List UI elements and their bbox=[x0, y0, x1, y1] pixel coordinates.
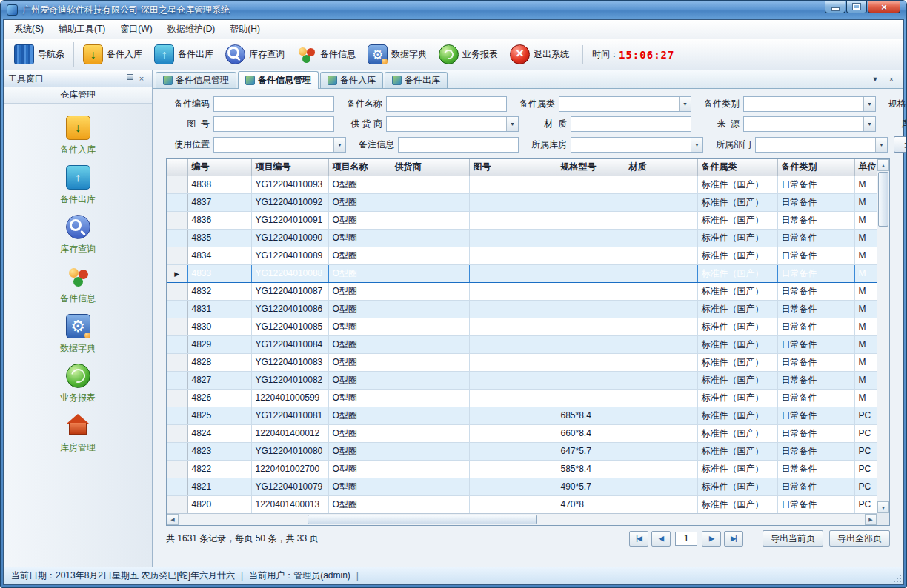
row-indicator-cell[interactable] bbox=[167, 264, 187, 282]
table-row[interactable]: 4835 YG12204010090 O型圈 标准件（国产） 日常备件 bbox=[167, 229, 877, 247]
remark-input[interactable] bbox=[398, 137, 519, 153]
table-row[interactable]: 4825 YG12204010081 O型圈 685*8.4 标准件（国产） bbox=[167, 407, 877, 424]
table-row[interactable]: 4831 YG12204010086 O型圈 标准件（国产） 日常备件 bbox=[167, 300, 877, 318]
row-indicator-cell[interactable] bbox=[167, 407, 187, 424]
row-indicator-cell[interactable] bbox=[167, 211, 187, 229]
drawing-number-input[interactable] bbox=[213, 116, 334, 132]
menu-help[interactable]: 帮助(H) bbox=[222, 20, 268, 39]
tab-parts-inbound[interactable]: 备件入库 bbox=[320, 72, 383, 88]
table-row[interactable]: 4820 1220401400013 O型圈 470*8 标准件（国产） bbox=[167, 495, 877, 513]
page-number-input[interactable] bbox=[675, 532, 697, 546]
toolbar-parts-inbound-button[interactable]: 备件入库 bbox=[73, 42, 148, 67]
part-class-select[interactable] bbox=[743, 96, 876, 112]
scroll-right-button[interactable] bbox=[865, 514, 877, 525]
row-indicator-cell[interactable] bbox=[167, 300, 187, 318]
row-indicator-cell[interactable] bbox=[167, 389, 187, 407]
table-row[interactable]: 4829 YG12204010084 O型圈 标准件（国产） 日常备件 bbox=[167, 335, 877, 353]
column-header[interactable]: 备件属类 bbox=[697, 159, 777, 176]
vertical-scrollbar[interactable] bbox=[877, 159, 889, 513]
column-header[interactable]: 项目编号 bbox=[251, 159, 328, 176]
material-input[interactable] bbox=[571, 116, 691, 132]
scroll-down-button[interactable] bbox=[877, 501, 889, 513]
sidebar-parts-outbound[interactable]: 备件出库 bbox=[22, 165, 133, 215]
column-header[interactable] bbox=[167, 159, 187, 176]
toolbar-parts-outbound-button[interactable]: 备件出库 bbox=[148, 42, 219, 67]
row-indicator-cell[interactable] bbox=[167, 282, 187, 300]
menu-window[interactable]: 窗口(W) bbox=[113, 20, 159, 39]
department-select[interactable] bbox=[755, 137, 888, 153]
column-header[interactable]: 项目名称 bbox=[328, 159, 391, 176]
export-all-pages-button[interactable]: 导出全部页 bbox=[829, 530, 890, 547]
toolbar-exit-system-button[interactable]: 退出系统 bbox=[504, 42, 575, 67]
row-indicator-cell[interactable] bbox=[167, 247, 187, 264]
part-category-select[interactable] bbox=[559, 96, 691, 112]
scroll-up-button[interactable] bbox=[877, 159, 889, 171]
sidebar-data-dictionary[interactable]: 数据字典 bbox=[22, 314, 133, 364]
first-page-button[interactable]: |◀ bbox=[629, 531, 648, 547]
minimize-button[interactable] bbox=[825, 1, 845, 13]
row-indicator-cell[interactable] bbox=[167, 193, 187, 211]
tab-list-button[interactable]: ▼ bbox=[869, 73, 881, 85]
table-row[interactable]: 4821 YG12204010079 O型圈 490*5.7 标准件（国产） bbox=[167, 478, 877, 495]
toolbar-stock-query-button[interactable]: 库存查询 bbox=[219, 42, 290, 67]
table-row[interactable]: 4828 YG12204010083 O型圈 标准件（国产） 日常备件 bbox=[167, 353, 877, 371]
dropdown-arrow-icon[interactable] bbox=[863, 117, 875, 131]
table-row[interactable]: 4826 1220401000599 O型圈 标准件（国产） 日常备件 bbox=[167, 389, 877, 407]
last-page-button[interactable]: ▶| bbox=[724, 531, 743, 547]
row-indicator-cell[interactable] bbox=[167, 442, 187, 460]
row-indicator-cell[interactable] bbox=[167, 371, 187, 389]
sidebar-parts-inbound[interactable]: 备件入库 bbox=[22, 116, 133, 165]
sidebar-stock-query[interactable]: 库存查询 bbox=[22, 215, 133, 264]
sidebar-warehouse-management[interactable]: 库房管理 bbox=[22, 413, 133, 463]
query-button[interactable]: 查询 bbox=[894, 136, 907, 153]
column-header[interactable]: 图号 bbox=[469, 159, 557, 176]
source-select[interactable] bbox=[743, 116, 876, 132]
sidebar-business-report[interactable]: 业务报表 bbox=[22, 364, 133, 413]
part-code-input[interactable] bbox=[213, 96, 334, 112]
menu-data-maintenance[interactable]: 数据维护(D) bbox=[160, 20, 223, 39]
column-header[interactable]: 供货商 bbox=[391, 159, 469, 176]
part-name-input[interactable] bbox=[386, 96, 507, 112]
tab-parts-info-mgmt-1[interactable]: 备件信息管理 bbox=[156, 72, 236, 88]
dropdown-arrow-icon[interactable] bbox=[691, 138, 702, 152]
sidebar-close-button[interactable]: × bbox=[136, 73, 147, 84]
table-row[interactable]: 4834 YG12204010089 O型圈 标准件（国产） 日常备件 bbox=[167, 247, 877, 264]
dropdown-arrow-icon[interactable] bbox=[863, 97, 875, 111]
table-row[interactable]: 4823 YG12204010080 O型圈 647*5.7 标准件（国产） bbox=[167, 442, 877, 460]
table-row[interactable]: 4830 YG12204010085 O型圈 标准件（国产） 日常备件 bbox=[167, 318, 877, 335]
row-indicator-cell[interactable] bbox=[167, 353, 187, 371]
menu-aux-tools[interactable]: 辅助工具(T) bbox=[51, 20, 113, 39]
column-header[interactable]: 备件类别 bbox=[777, 159, 854, 176]
toolbar-parts-info-button[interactable]: 备件信息 bbox=[290, 42, 362, 67]
column-header[interactable]: 编号 bbox=[187, 159, 251, 176]
hscroll-thumb[interactable] bbox=[308, 515, 537, 524]
titlebar[interactable]: 广州爱奇迪软件科技有限公司-深田之星仓库管理系统 × bbox=[1, 1, 906, 19]
maximize-button[interactable] bbox=[846, 1, 867, 13]
dropdown-arrow-icon[interactable] bbox=[875, 138, 887, 152]
prev-page-button[interactable]: ◀ bbox=[651, 531, 671, 547]
tab-parts-info-mgmt-2[interactable]: 备件信息管理 bbox=[238, 71, 319, 89]
vscroll-thumb[interactable] bbox=[878, 172, 888, 227]
column-header[interactable]: 单位 bbox=[854, 159, 877, 176]
toolbar-data-dictionary-button[interactable]: 数据字典 bbox=[362, 42, 433, 67]
horizontal-scrollbar[interactable] bbox=[167, 513, 877, 525]
row-indicator-cell[interactable] bbox=[167, 176, 187, 193]
row-indicator-cell[interactable] bbox=[167, 478, 187, 495]
tab-close-button[interactable]: × bbox=[886, 73, 897, 85]
supplier-select[interactable] bbox=[386, 116, 519, 132]
dropdown-arrow-icon[interactable] bbox=[506, 117, 518, 131]
table-row[interactable]: 4822 1220401002700 O型圈 585*8.4 标准件（国产） bbox=[167, 460, 877, 478]
table-row[interactable]: 4824 1220401400012 O型圈 660*8.4 标准件（国产） bbox=[167, 424, 877, 442]
table-row[interactable]: 4836 YG12204010091 O型圈 标准件（国产） 日常备件 bbox=[167, 211, 877, 229]
row-indicator-cell[interactable] bbox=[167, 229, 187, 247]
row-indicator-cell[interactable] bbox=[167, 495, 187, 513]
dropdown-arrow-icon[interactable] bbox=[333, 138, 345, 152]
sidebar-group-warehouse[interactable]: 仓库管理 bbox=[4, 87, 152, 104]
resize-grip[interactable] bbox=[894, 575, 901, 582]
menu-system[interactable]: 系统(S) bbox=[7, 20, 51, 39]
export-current-page-button[interactable]: 导出当前页 bbox=[763, 530, 823, 547]
warehouse-select[interactable] bbox=[571, 137, 703, 153]
sidebar-parts-info[interactable]: 备件信息 bbox=[22, 264, 133, 314]
table-row[interactable]: 4832 YG12204010087 O型圈 标准件（国产） 日常备件 bbox=[167, 282, 877, 300]
next-page-button[interactable]: ▶ bbox=[702, 531, 721, 547]
